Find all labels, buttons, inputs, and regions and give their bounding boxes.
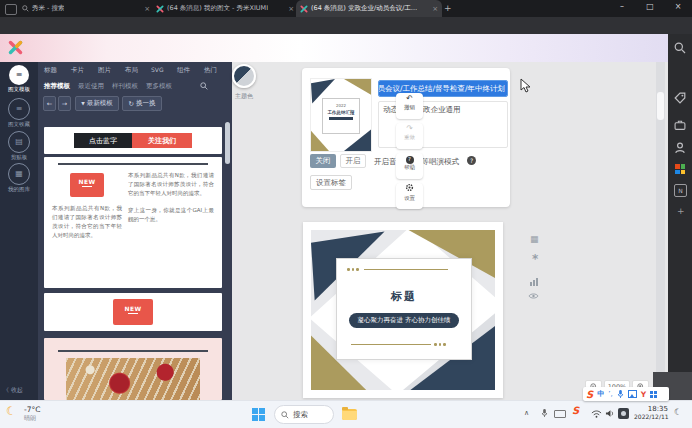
tray-mic-icon[interactable] <box>541 408 548 418</box>
latest-templates-button[interactable]: ▼ 最新模板 <box>75 96 119 111</box>
weather-widget[interactable]: -7°C 晴朗 <box>24 405 40 423</box>
weather-moon-icon[interactable]: ☾ <box>6 404 17 418</box>
tab-card-cat[interactable]: 卡片 <box>71 66 84 75</box>
xiumi-logo[interactable] <box>8 40 23 55</box>
window-close-button[interactable]: × <box>668 2 688 11</box>
ime-image-icon[interactable] <box>628 390 637 398</box>
ime-toolbox-icon[interactable] <box>650 391 657 398</box>
stats-bars-icon[interactable] <box>530 278 538 286</box>
mode-on-button[interactable]: 开启 <box>340 154 366 168</box>
tray-brush-icon[interactable] <box>618 408 629 419</box>
new-tab-button[interactable]: + <box>444 3 452 13</box>
tab-close-icon[interactable]: × <box>288 5 294 13</box>
new-ticket-badge: NEW <box>113 299 153 325</box>
theme-color-ball[interactable] <box>232 64 256 88</box>
set-tags-button[interactable]: 设置标签 <box>310 175 352 190</box>
panel-search-icon[interactable] <box>200 82 208 90</box>
tab-recent[interactable]: 最近使用 <box>78 82 104 91</box>
tab-image-cat[interactable]: 图片 <box>98 66 111 75</box>
tab-recommended[interactable]: 推荐模板 <box>44 82 70 91</box>
page-scrollbar-thumb[interactable] <box>657 92 664 120</box>
sogou-logo[interactable]: S <box>586 389 593 400</box>
volume-icon[interactable] <box>605 409 615 418</box>
tab-actions-icon[interactable] <box>5 4 17 15</box>
ime-toolbar[interactable]: S 中 ’, Y <box>583 387 669 401</box>
window-maximize-button[interactable]: □ <box>640 2 660 11</box>
search-icon <box>281 411 289 419</box>
shopping-tag-icon[interactable] <box>674 92 686 104</box>
panel-forward-button[interactable]: → <box>58 96 71 111</box>
rail-item-gallery[interactable]: ▦ 我的图库 <box>0 163 38 193</box>
thumb-year: 2022 <box>323 103 359 108</box>
collapse-button[interactable]: 《 收起 <box>3 386 23 395</box>
people-icon[interactable] <box>674 142 686 154</box>
gear-icon <box>396 183 423 195</box>
template-paragraph: 本系列新品总共有N款，我们邀请了国际著名设计师苏茂设计，符合它的当下年轻人对时尚… <box>128 171 214 198</box>
ime-punctuation-icon[interactable]: ’, <box>608 390 612 398</box>
tab-close-icon[interactable]: × <box>144 5 150 13</box>
redo-button[interactable]: ↷ 重做 <box>396 123 423 149</box>
help-button[interactable]: ? 帮助 <box>396 153 423 179</box>
template-preview-card[interactable]: 标题 凝心聚力再奋进 齐心协力创佳绩 <box>303 222 503 398</box>
tray-clock[interactable]: 18:35 2022/12/11 <box>634 405 668 420</box>
tab-component-cat[interactable]: 组件 <box>177 66 190 75</box>
divider <box>58 350 208 352</box>
sidebar-add-icon[interactable]: + <box>677 206 685 216</box>
tray-keyboard-icon[interactable] <box>554 410 566 418</box>
tab-hot-cat[interactable]: 热门 <box>204 66 217 75</box>
ime-mode-chinese[interactable]: 中 <box>597 389 604 399</box>
template-card-newproduct[interactable]: NEW 本系列新品总共有N款，我们邀请了国际著名设计师苏茂设计，符合它的当下年轻… <box>44 157 222 288</box>
taskbar-search-box[interactable]: 搜索 <box>274 405 334 424</box>
browser-tab-myworks[interactable]: (64 条消息) 我的图文 - 秀米XIUMI × <box>152 1 298 16</box>
rail-item-favorites[interactable]: ≡ 图文收藏 <box>0 98 38 128</box>
tab-more-templates[interactable]: 更多模板 <box>146 82 172 91</box>
wifi-icon[interactable] <box>591 409 602 418</box>
theme-asterisk-icon[interactable]: * <box>532 252 538 266</box>
thumb-inner-card: 2022 工作总结汇报 <box>322 98 360 134</box>
help-icon[interactable]: ? <box>467 156 476 165</box>
tray-chevron-icon[interactable]: ∧ <box>524 409 529 417</box>
window-minimize-button[interactable]: – <box>612 2 632 11</box>
weather-temp: -7°C <box>24 405 40 414</box>
ime-skin-icon[interactable]: Y <box>641 390 646 399</box>
shuffle-button[interactable]: ↻ 换一换 <box>122 96 162 111</box>
browser-tab-active[interactable]: (64 条消息) 党政企业/动员会议/工… × <box>296 0 442 17</box>
panel-scrollbar-thumb[interactable] <box>225 122 230 164</box>
tab-sample[interactable]: 样刊模板 <box>112 82 138 91</box>
tab-svg-cat[interactable]: SVG <box>151 66 164 73</box>
office-icon[interactable] <box>675 164 685 174</box>
redo-label: 重做 <box>396 134 423 141</box>
mode-off-button[interactable]: 关闭 <box>310 154 336 168</box>
tray-sogou-icon[interactable]: S <box>572 405 579 416</box>
focus-moon-icon[interactable]: ☾ <box>674 407 682 417</box>
tools-briefcase-icon[interactable] <box>674 119 686 131</box>
template-paragraph: 穿上这一身，你就是这个GAI上最靓的一个崽。 <box>128 206 214 224</box>
rail-item-templates[interactable]: ≡ 图文模板 <box>0 65 38 93</box>
tab-title: (64 条消息) 我的图文 - 秀米XIUMI <box>167 4 268 13</box>
browser-tab-search[interactable]: 秀米 - 搜索 × <box>18 1 154 16</box>
gold-dot <box>434 343 437 346</box>
redo-icon: ↷ <box>396 123 423 134</box>
rail-item-clipboard[interactable]: ▤ 剪贴板 <box>0 131 38 161</box>
sidebar-search-icon[interactable] <box>674 42 686 54</box>
xiumi-toolbar: 秀米XIUMI / 我的秀米 / 图文排版 □打开 ◎预览 ▤保存 ↑导出 ▽更… <box>0 34 668 63</box>
template-card-follow[interactable]: 点击蓝字 关注我们 <box>44 127 222 154</box>
tab-close-icon[interactable]: × <box>432 5 438 13</box>
xiumi-favicon <box>300 5 308 13</box>
undo-button[interactable]: ↶ 撤销 <box>396 93 423 119</box>
preview-eye-icon[interactable] <box>528 292 539 300</box>
doc-thumbnail[interactable]: 2022 工作总结汇报 <box>310 78 372 152</box>
template-card-ticket[interactable]: NEW <box>44 293 222 331</box>
panel-back-button[interactable]: ← <box>43 96 56 111</box>
template-card-photo[interactable] <box>44 338 222 400</box>
ime-mic-icon[interactable] <box>617 389 624 399</box>
edge-sidebar: N + <box>668 34 692 400</box>
onenote-icon[interactable]: N <box>674 184 687 197</box>
settings-button[interactable]: 设置 <box>396 183 423 209</box>
tab-title-cat[interactable]: 标题 <box>44 66 57 75</box>
tab-layout-cat[interactable]: 布局 <box>125 66 138 75</box>
grid-view-icon[interactable]: ▦ <box>530 234 539 244</box>
template-design: 标题 凝心聚力再奋进 齐心协力创佳绩 <box>311 230 495 390</box>
start-button[interactable] <box>252 408 265 421</box>
file-explorer-icon[interactable] <box>342 409 357 420</box>
